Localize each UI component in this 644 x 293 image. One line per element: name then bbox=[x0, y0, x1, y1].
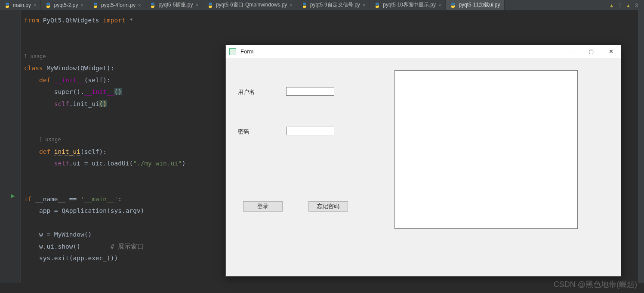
close-icon[interactable]: × bbox=[290, 3, 292, 8]
tab-label: pyqt5-9自定义信号.py bbox=[310, 1, 360, 9]
maximize-button[interactable]: ▢ bbox=[581, 45, 601, 58]
close-icon[interactable]: × bbox=[438, 3, 441, 8]
close-icon[interactable]: × bbox=[363, 3, 365, 8]
window-title: Form bbox=[240, 48, 561, 55]
form-body: 用户名 密码 登录 忘记密码 bbox=[226, 58, 621, 276]
warning-count: 1 bbox=[619, 3, 622, 9]
code-area[interactable]: from PyQt5.QtWidgets import * 1 usage cl… bbox=[21, 10, 185, 283]
watermark: CSDN @黑色地带(崛起) bbox=[554, 279, 637, 290]
tab-main[interactable]: main.py × bbox=[0, 0, 41, 10]
error-count: 3 bbox=[635, 3, 638, 9]
tab-label: pyqt5-11加载ui.py bbox=[459, 1, 500, 9]
forgot-password-button[interactable]: 忘记密码 bbox=[308, 201, 348, 212]
editor-tabs: main.py × pyqt5-2.py × pyqt5-4form.py × … bbox=[0, 0, 644, 10]
tab-label: pyqt5-4form.py bbox=[101, 2, 136, 8]
python-icon bbox=[4, 2, 10, 8]
tab-pyqt5-11[interactable]: pyqt5-11加载ui.py bbox=[446, 0, 505, 10]
close-icon[interactable]: × bbox=[195, 3, 198, 8]
python-icon bbox=[450, 2, 456, 8]
inspection-summary[interactable]: ▲ 1 ▲ 3 bbox=[609, 3, 638, 9]
form-window: Form — ▢ ✕ 用户名 密码 登录 忘记密码 bbox=[225, 45, 621, 277]
close-button[interactable]: ✕ bbox=[601, 45, 621, 58]
tab-label: pyqt5-2.py bbox=[54, 2, 78, 8]
close-icon[interactable]: × bbox=[138, 3, 141, 8]
tab-pyqt5-4[interactable]: pyqt5-4form.py × bbox=[88, 0, 145, 10]
tab-pyqt5-10[interactable]: pyqt5-10界面中显示.py × bbox=[370, 0, 446, 10]
password-input[interactable] bbox=[286, 127, 334, 135]
python-icon bbox=[207, 2, 213, 8]
error-icon: ▲ bbox=[626, 3, 631, 9]
tab-pyqt5-9[interactable]: pyqt5-9自定义信号.py × bbox=[297, 0, 370, 10]
minimize-button[interactable]: — bbox=[561, 45, 581, 58]
run-gutter-icon[interactable]: ▶ bbox=[11, 193, 15, 199]
warning-icon: ▲ bbox=[609, 3, 614, 9]
tab-pyqt5-5[interactable]: pyqt5-5插座.py × bbox=[145, 0, 203, 10]
username-input[interactable] bbox=[286, 87, 334, 96]
tab-pyqt5-6[interactable]: pyqt5-6窗口-Qmainwindows.py × bbox=[203, 0, 297, 10]
python-icon bbox=[45, 2, 51, 8]
text-edit-area[interactable] bbox=[394, 70, 578, 229]
label-username: 用户名 bbox=[238, 88, 255, 96]
tab-label: pyqt5-5插座.py bbox=[158, 1, 193, 9]
tab-label: pyqt5-6窗口-Qmainwindows.py bbox=[216, 1, 287, 9]
tab-pyqt5-2[interactable]: pyqt5-2.py × bbox=[41, 0, 88, 10]
close-icon[interactable]: × bbox=[81, 3, 83, 8]
tab-label: main.py bbox=[13, 2, 31, 8]
close-icon[interactable]: × bbox=[34, 3, 36, 8]
python-icon bbox=[150, 2, 156, 8]
login-button[interactable]: 登录 bbox=[243, 201, 283, 212]
window-icon bbox=[229, 48, 236, 55]
python-icon bbox=[302, 2, 308, 8]
titlebar[interactable]: Form — ▢ ✕ bbox=[226, 45, 621, 58]
python-icon bbox=[374, 2, 380, 8]
label-password: 密码 bbox=[238, 128, 249, 136]
python-icon bbox=[92, 2, 99, 8]
tab-label: pyqt5-10界面中显示.py bbox=[383, 1, 436, 9]
vertical-scrollbar[interactable] bbox=[638, 10, 644, 283]
gutter: ▶ bbox=[0, 10, 21, 283]
